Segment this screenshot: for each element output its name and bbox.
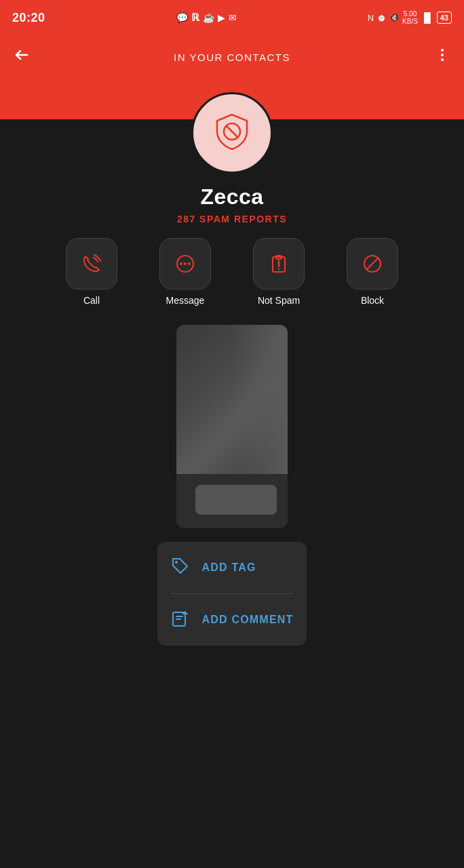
- not-spam-label: Not Spam: [258, 295, 300, 306]
- coffee-icon: ☕: [203, 12, 214, 23]
- avatar: [191, 92, 273, 174]
- message-label: Message: [166, 295, 205, 306]
- add-tag-button[interactable]: ADD TAG: [157, 542, 307, 593]
- block-label: Block: [361, 295, 384, 306]
- signal-icon: ▐▌: [421, 12, 434, 23]
- info-card-action-btn[interactable]: [195, 485, 277, 515]
- nfc-icon: N: [368, 13, 374, 23]
- svg-point-2: [441, 58, 444, 61]
- message-status-icon: 💬: [176, 12, 188, 23]
- add-comment-label: ADD COMMENT: [202, 614, 294, 626]
- not-spam-icon-box: [253, 238, 305, 290]
- call-label: Call: [83, 295, 100, 306]
- battery-level: 43: [437, 12, 452, 24]
- block-icon-box: [347, 238, 398, 290]
- add-tag-label: ADD TAG: [202, 561, 256, 574]
- status-right: N ⏰ 🔇 5.00 KB/S ▐▌ 43: [368, 10, 452, 25]
- status-icons: 💬 ℝ ☕ ▶ ✉: [176, 12, 237, 24]
- svg-point-0: [441, 49, 444, 52]
- avatar-container: [191, 92, 273, 174]
- contact-section: Zecca 287 SPAM REPORTS Call: [0, 119, 464, 662]
- more-button[interactable]: [434, 47, 450, 68]
- svg-point-8: [188, 262, 191, 265]
- alarm-icon: ⏰: [376, 13, 387, 22]
- action-row: Call Message: [0, 238, 464, 325]
- status-time: 20:20: [12, 11, 45, 25]
- comment-icon: [171, 609, 190, 631]
- info-card-image: [176, 325, 288, 474]
- svg-point-15: [175, 561, 178, 564]
- top-nav: IN YOUR CONTACTS: [0, 35, 464, 79]
- tag-icon: [171, 557, 190, 578]
- shield-icon: [212, 111, 252, 155]
- svg-point-12: [278, 269, 279, 270]
- mail-icon: ✉: [229, 12, 237, 23]
- status-bar: 20:20 💬 ℝ ☕ ▶ ✉ N ⏰ 🔇 5.00 KB/S ▐▌ 43: [0, 0, 464, 35]
- nav-title: IN YOUR CONTACTS: [174, 52, 290, 63]
- block-button[interactable]: Block: [332, 238, 413, 306]
- spam-reports: 287 SPAM REPORTS: [177, 214, 287, 224]
- info-card-bottom: [176, 474, 288, 528]
- svg-line-14: [367, 258, 379, 270]
- call-icon-box: [66, 238, 117, 290]
- r-icon: ℝ: [191, 12, 199, 24]
- svg-point-6: [180, 262, 182, 265]
- call-button[interactable]: Call: [51, 238, 132, 306]
- bottom-actions-section: ADD TAG ADD COMMENT: [157, 542, 307, 646]
- svg-point-7: [184, 262, 187, 265]
- not-spam-button[interactable]: Not Spam: [238, 238, 320, 306]
- contact-name: Zecca: [200, 184, 263, 210]
- mute-icon: 🔇: [389, 13, 400, 22]
- back-button[interactable]: [14, 47, 30, 68]
- message-icon-box: [159, 238, 211, 290]
- play-icon: ▶: [218, 12, 225, 23]
- message-button[interactable]: Message: [144, 238, 226, 306]
- info-card: [176, 325, 288, 528]
- svg-point-1: [441, 54, 444, 56]
- add-comment-button[interactable]: ADD COMMENT: [157, 594, 307, 646]
- network-speed: 5.00 KB/S: [402, 10, 418, 25]
